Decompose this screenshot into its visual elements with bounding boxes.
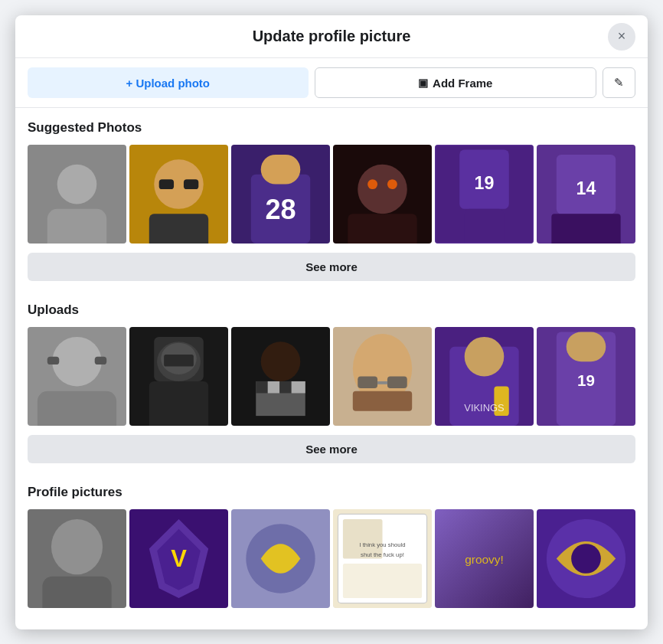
svg-rect-25: [551, 214, 620, 244]
svg-rect-20: [465, 209, 505, 244]
suggested-photo-2[interactable]: [129, 145, 228, 244]
svg-rect-41: [279, 381, 291, 393]
svg-rect-7: [149, 214, 208, 244]
svg-rect-5: [159, 179, 174, 189]
svg-rect-29: [47, 357, 59, 364]
uploads-title: Uploads: [28, 302, 635, 318]
svg-rect-39: [256, 381, 267, 393]
suggested-photo-3[interactable]: 28: [231, 145, 330, 244]
svg-rect-42: [292, 381, 305, 393]
suggested-photo-4[interactable]: [333, 145, 432, 244]
svg-rect-52: [465, 337, 505, 377]
suggested-photo-5[interactable]: 19: [435, 145, 534, 244]
profile-photo-4[interactable]: I think you should shut the fuck up!: [333, 509, 432, 608]
profile-pictures-section: Profile pictures V: [28, 485, 635, 608]
svg-rect-47: [387, 377, 407, 388]
svg-rect-43: [261, 342, 301, 381]
uploads-grid: VIKINGS 19: [28, 327, 635, 426]
svg-rect-28: [38, 391, 116, 426]
suggested-see-more-label: See more: [305, 260, 358, 273]
svg-point-78: [571, 544, 601, 574]
upload-photo-3[interactable]: [231, 327, 330, 426]
profile-photo-1[interactable]: [28, 509, 126, 608]
svg-text:groovy!: groovy!: [465, 553, 504, 566]
svg-rect-36: [149, 381, 208, 426]
close-icon: ×: [618, 28, 626, 44]
suggested-photos-title: Suggested Photos: [28, 120, 635, 136]
suggested-photo-6[interactable]: 14: [537, 145, 635, 244]
suggested-photo-1[interactable]: [28, 145, 126, 244]
suggested-photos-grid: 28: [28, 145, 635, 244]
svg-text:shut the fuck up!: shut the fuck up!: [361, 551, 404, 558]
upload-photo-5[interactable]: VIKINGS: [435, 327, 534, 426]
edit-button[interactable]: ✎: [603, 67, 635, 98]
uploads-section: Uploads: [28, 302, 635, 479]
frame-icon: ▣: [418, 77, 428, 89]
upload-photo-button[interactable]: + Upload photo: [28, 67, 309, 98]
svg-text:19: 19: [475, 173, 495, 193]
upload-photo-4[interactable]: [333, 327, 432, 426]
svg-rect-1: [57, 165, 97, 204]
modal-header: Update profile picture ×: [15, 15, 648, 58]
close-button[interactable]: ×: [608, 23, 635, 51]
svg-rect-2: [47, 209, 106, 244]
uploads-see-more-label: See more: [305, 443, 358, 456]
svg-point-16: [387, 179, 397, 189]
svg-text:19: 19: [577, 371, 595, 389]
svg-text:V: V: [171, 545, 187, 572]
svg-rect-46: [358, 377, 377, 388]
svg-text:I think you should: I think you should: [359, 541, 405, 548]
edit-icon: ✎: [614, 76, 624, 90]
profile-photo-6[interactable]: [537, 509, 635, 608]
add-frame-label: Add Frame: [433, 77, 492, 90]
svg-rect-35: [164, 355, 194, 366]
update-profile-picture-modal: Update profile picture × + Upload photo …: [15, 15, 648, 629]
upload-photo-label: + Upload photo: [126, 77, 210, 90]
svg-rect-48: [377, 381, 387, 384]
svg-rect-57: [567, 332, 606, 361]
profile-pictures-title: Profile pictures: [28, 485, 635, 500]
svg-text:14: 14: [576, 178, 596, 198]
svg-text:VIKINGS: VIKINGS: [464, 402, 504, 414]
uploads-see-more-button[interactable]: See more: [28, 435, 635, 463]
upload-photo-6[interactable]: 19: [537, 327, 635, 426]
svg-rect-30: [95, 357, 106, 364]
upload-photo-1[interactable]: [28, 327, 126, 426]
svg-rect-13: [358, 165, 407, 214]
svg-rect-40: [268, 381, 279, 393]
upload-photo-2[interactable]: [129, 327, 228, 426]
svg-text:28: 28: [265, 194, 296, 225]
profile-photo-5[interactable]: groovy!: [435, 509, 534, 608]
svg-point-15: [367, 179, 377, 189]
svg-rect-61: [42, 577, 111, 608]
svg-rect-49: [353, 391, 412, 411]
suggested-photos-section: Suggested Photos: [28, 120, 635, 296]
svg-rect-14: [348, 214, 416, 244]
modal-title: Update profile picture: [253, 28, 411, 45]
add-frame-button[interactable]: ▣ Add Frame: [315, 67, 597, 98]
profile-photo-2[interactable]: V: [129, 509, 228, 608]
svg-rect-27: [52, 337, 102, 387]
suggested-photos-see-more-button[interactable]: See more: [28, 253, 635, 281]
svg-rect-6: [184, 179, 198, 189]
modal-body: Suggested Photos: [15, 108, 648, 629]
toolbar: + Upload photo ▣ Add Frame ✎: [15, 58, 648, 108]
svg-rect-11: [261, 155, 301, 185]
svg-rect-71: [343, 564, 422, 598]
profile-pictures-grid: V: [28, 509, 635, 608]
svg-point-60: [51, 519, 103, 574]
profile-photo-3[interactable]: [231, 509, 330, 608]
